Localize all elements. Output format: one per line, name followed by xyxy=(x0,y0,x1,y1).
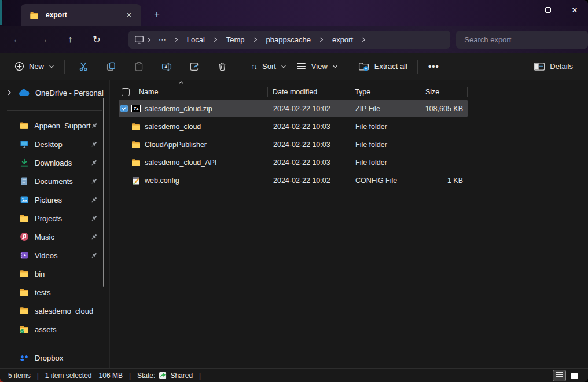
view-button[interactable]: View xyxy=(292,58,343,74)
sidebar-item-bin[interactable]: bin xyxy=(0,265,109,283)
extract-all-button[interactable]: Extract all xyxy=(353,58,413,75)
sidebar-item-dropbox[interactable]: Dropbox xyxy=(0,348,109,367)
file-row-web-config[interactable]: web.config 2024-02-22 10:02 CONFIG File … xyxy=(119,171,468,189)
config-file-icon xyxy=(131,176,141,185)
tab-export[interactable]: export ✕ xyxy=(21,4,141,26)
paste-button[interactable] xyxy=(129,57,149,76)
videos-icon xyxy=(20,251,29,260)
back-button[interactable]: ← xyxy=(9,31,25,47)
file-size: 1 KB xyxy=(422,177,466,185)
row-checkbox[interactable] xyxy=(120,105,128,112)
delete-button[interactable] xyxy=(212,57,232,76)
breadcrumb-item-temp[interactable]: Temp xyxy=(220,35,251,44)
folder-icon xyxy=(131,158,141,167)
details-view-toggle[interactable] xyxy=(553,370,566,381)
select-all-checkbox[interactable] xyxy=(122,88,130,96)
large-icons-view-toggle[interactable] xyxy=(568,370,581,381)
column-header-row: Name Date modified Type Size xyxy=(119,85,468,99)
column-header-type[interactable]: Type xyxy=(351,87,421,97)
more-options-button[interactable]: ••• xyxy=(422,61,445,71)
view-button-label: View xyxy=(311,62,328,71)
file-row-salesdemo-cloud[interactable]: salesdemo_cloud 2024-02-22 10:03 File fo… xyxy=(119,117,468,135)
toolbar-separator xyxy=(241,60,241,74)
sidebar-item-music[interactable]: Music xyxy=(0,227,109,246)
state-label: State: xyxy=(137,372,155,380)
file-name: salesdemo_cloud xyxy=(145,123,269,131)
rename-icon xyxy=(161,61,172,72)
sort-button[interactable]: ↑↓ Sort xyxy=(246,58,292,74)
column-header-size[interactable]: Size xyxy=(421,87,468,97)
chevron-down-icon xyxy=(49,64,54,69)
file-type: File folder xyxy=(352,123,422,131)
chevron-right-icon xyxy=(146,37,152,42)
sidebar-item-projects[interactable]: Projects xyxy=(0,209,109,227)
rename-button[interactable] xyxy=(157,57,177,76)
column-label: Date modified xyxy=(273,88,317,96)
file-date-modified: 2024-02-22 10:03 xyxy=(269,159,352,167)
chevron-right-icon xyxy=(361,37,366,42)
close-button[interactable]: ✕ xyxy=(561,0,588,20)
file-type: File folder xyxy=(352,141,422,149)
file-row-salesdemo-cloud-api[interactable]: salesdemo_cloud_API 2024-02-22 10:03 Fil… xyxy=(119,153,468,171)
minimize-button[interactable] xyxy=(508,0,535,20)
sidebar-item-onedrive[interactable]: OneDrive - Personal xyxy=(0,84,109,101)
column-header-name[interactable]: Name xyxy=(119,87,268,97)
forward-button[interactable]: → xyxy=(36,31,52,47)
sidebar-item-label: tests xyxy=(35,288,50,297)
sidebar-item-documents[interactable]: Documents xyxy=(0,172,109,190)
maximize-button[interactable] xyxy=(535,0,561,20)
refresh-button[interactable]: ↻ xyxy=(89,31,105,47)
search-input[interactable] xyxy=(456,31,588,49)
pin-icon xyxy=(89,213,99,223)
sidebar-item-desktop[interactable]: Desktop xyxy=(0,135,109,153)
copy-button[interactable] xyxy=(101,57,121,76)
tab-close-button[interactable]: ✕ xyxy=(123,9,135,21)
breadcrumb-item-export[interactable]: export xyxy=(326,35,359,44)
status-divider: | xyxy=(129,372,131,380)
music-icon xyxy=(20,232,29,241)
sidebar-item-assets[interactable]: assets xyxy=(0,320,109,339)
details-pane-button[interactable]: Details xyxy=(528,58,579,75)
share-button[interactable] xyxy=(185,57,204,76)
chevron-right-icon xyxy=(319,37,324,42)
file-row-salesdemo-cloud-zip[interactable]: 7z salesdemo_cloud.zip 2024-02-22 10:02 … xyxy=(119,100,468,117)
command-toolbar: New ↑↓ Sort View xyxy=(0,53,588,80)
folder-icon xyxy=(20,214,29,223)
sidebar-item-salesdemo-cloud[interactable]: salesdemo_cloud xyxy=(0,302,109,320)
breadcrumb[interactable]: ⋯ Local Temp pbappscache export xyxy=(128,31,451,49)
breadcrumb-ellipsis[interactable]: ⋯ xyxy=(154,35,171,44)
copy-icon xyxy=(106,61,116,72)
sidebar-item-videos[interactable]: Videos xyxy=(0,246,109,265)
up-button[interactable]: ↑ xyxy=(62,31,78,47)
chevron-right-icon xyxy=(174,37,179,42)
sidebar-scrollbar[interactable] xyxy=(103,98,104,286)
new-tab-button[interactable]: + xyxy=(149,7,164,22)
zip-file-icon: 7z xyxy=(131,105,141,112)
file-name: salesdemo_cloud_API xyxy=(145,159,269,167)
column-header-date-modified[interactable]: Date modified xyxy=(268,87,351,97)
file-explorer-window: export ✕ + ✕ ← → ↑ ↻ ⋯ Local Temp pbapps… xyxy=(0,0,588,382)
file-list: Name Date modified Type Size 7z xyxy=(110,80,588,368)
expander-chevron-icon[interactable] xyxy=(5,88,14,97)
toolbar-separator xyxy=(64,60,65,74)
sidebar-item-tests[interactable]: tests xyxy=(0,283,109,302)
cut-button[interactable] xyxy=(74,57,93,76)
background-window-sliver xyxy=(0,0,2,25)
sidebar-item-label: Appeon_Support xyxy=(34,122,91,130)
column-label: Name xyxy=(139,88,158,96)
file-row-cloudapppublisher[interactable]: CloudAppPublisher 2024-02-22 10:03 File … xyxy=(119,135,468,153)
sidebar-item-pictures[interactable]: Pictures xyxy=(0,190,109,209)
new-button[interactable]: New xyxy=(9,58,60,75)
tab-title: export xyxy=(46,11,123,19)
file-type: File folder xyxy=(352,159,422,167)
sidebar-item-appeon-support[interactable]: Appeon_Support xyxy=(0,116,109,135)
pin-icon xyxy=(89,250,99,260)
breadcrumb-item-local[interactable]: Local xyxy=(181,35,211,44)
breadcrumb-item-pbappscache[interactable]: pbappscache xyxy=(260,35,317,44)
details-view-icon xyxy=(556,372,563,379)
view-list-icon xyxy=(297,63,306,69)
this-pc-icon[interactable] xyxy=(134,35,144,45)
sidebar-item-downloads[interactable]: Downloads xyxy=(0,153,109,172)
file-type: ZIP File xyxy=(352,105,422,113)
chevron-right-icon xyxy=(253,37,258,42)
